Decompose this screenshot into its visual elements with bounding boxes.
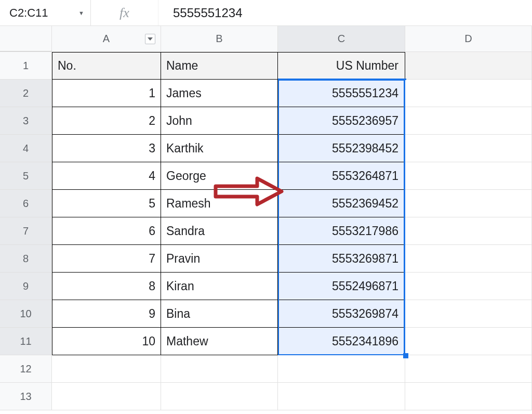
selection-top-accent [278,79,406,80]
name-box[interactable]: C2:C11 ▼ [0,0,91,25]
table-row: 13 [0,383,532,410]
cell-B11[interactable]: Mathew [161,328,278,355]
arrow-icon [213,175,286,208]
column-header-D[interactable]: D [405,26,532,51]
cell-A11[interactable]: 10 [52,328,161,355]
cell-A6[interactable]: 5 [52,190,161,217]
table-row: 7 6 Sandra 5553217986 [0,217,532,245]
cell-D5[interactable] [405,162,532,190]
row-header-1[interactable]: 1 [0,52,52,80]
row-header-4[interactable]: 4 [0,135,52,162]
cell-B1[interactable]: Name [161,52,278,80]
row-header-6[interactable]: 6 [0,190,52,217]
column-header-A[interactable]: A [52,26,161,51]
cell-C10[interactable]: 5553269874 [278,300,405,328]
row-header-12[interactable]: 12 [0,355,52,383]
column-header-C[interactable]: C [278,26,405,51]
select-all-corner[interactable] [0,26,52,51]
cell-D10[interactable] [405,300,532,328]
cell-A12[interactable] [52,355,161,383]
cell-A8[interactable]: 7 [52,245,161,273]
cell-B8[interactable]: Pravin [161,245,278,273]
cell-B7[interactable]: Sandra [161,217,278,245]
dropdown-icon[interactable] [145,34,155,44]
fx-section: fx [91,0,158,25]
cell-B9[interactable]: Kiran [161,273,278,300]
row-header-10[interactable]: 10 [0,300,52,328]
row-header-9[interactable]: 9 [0,273,52,300]
cell-C4[interactable]: 5552398452 [278,135,405,162]
cell-D3[interactable] [405,107,532,135]
formula-input[interactable]: 5555551234 [158,6,242,20]
cell-D12[interactable] [405,355,532,383]
cell-A1[interactable]: No. [52,52,161,80]
cell-D6[interactable] [405,190,532,217]
row-header-7[interactable]: 7 [0,217,52,245]
cell-C12[interactable] [278,355,405,383]
cell-B4[interactable]: Karthik [161,135,278,162]
table-row: 2 1 James 5555551234 [0,80,532,107]
table-row: 12 [0,355,532,383]
cell-A13[interactable] [52,383,161,410]
cell-A5[interactable]: 4 [52,162,161,190]
name-box-value: C2:C11 [9,6,48,20]
cell-A3[interactable]: 2 [52,107,161,135]
chevron-down-icon[interactable]: ▼ [78,10,84,16]
cell-C5[interactable]: 5553264871 [278,162,405,190]
table-row: 10 9 Bina 5553269874 [0,300,532,328]
selection-handle[interactable] [403,353,408,358]
table-row: 3 2 John 5555236957 [0,107,532,135]
table-row: 4 3 Karthik 5552398452 [0,135,532,162]
cell-D4[interactable] [405,135,532,162]
cell-C2[interactable]: 5555551234 [278,80,405,107]
cell-A10[interactable]: 9 [52,300,161,328]
row-header-2[interactable]: 2 [0,80,52,107]
cell-A2[interactable]: 1 [52,80,161,107]
row-header-3[interactable]: 3 [0,107,52,135]
column-headers: A B C D [0,26,532,52]
cell-D7[interactable] [405,217,532,245]
cell-C13[interactable] [278,383,405,410]
cell-B13[interactable] [161,383,278,410]
fx-icon: fx [119,5,129,21]
cell-D9[interactable] [405,273,532,300]
cell-B12[interactable] [161,355,278,383]
table-row: 11 10 Mathew 5552341896 [0,328,532,355]
cell-C8[interactable]: 5553269871 [278,245,405,273]
cell-C9[interactable]: 5552496871 [278,273,405,300]
row-header-13[interactable]: 13 [0,383,52,410]
cell-C11[interactable]: 5552341896 [278,328,405,355]
formula-bar: C2:C11 ▼ fx 5555551234 [0,0,532,26]
cell-C7[interactable]: 5553217986 [278,217,405,245]
column-header-B[interactable]: B [161,26,278,51]
cell-A4[interactable]: 3 [52,135,161,162]
table-row: 8 7 Pravin 5553269871 [0,245,532,273]
table-row: 9 8 Kiran 5552496871 [0,273,532,300]
cell-D2[interactable] [405,80,532,107]
row-header-11[interactable]: 11 [0,328,52,355]
cell-C3[interactable]: 5555236957 [278,107,405,135]
spreadsheet-grid: A B C D 1 No. Name US Number 2 1 James [0,26,532,410]
row-header-5[interactable]: 5 [0,162,52,190]
table-row: 1 No. Name US Number [0,52,532,80]
cell-C6[interactable]: 5552369452 [278,190,405,217]
cell-B3[interactable]: John [161,107,278,135]
cell-A9[interactable]: 8 [52,273,161,300]
cell-C1[interactable]: US Number [278,52,405,80]
cell-B10[interactable]: Bina [161,300,278,328]
cell-D1[interactable] [405,52,532,80]
cell-D11[interactable] [405,328,532,355]
cell-A7[interactable]: 6 [52,217,161,245]
rows: 1 No. Name US Number 2 1 James 555555123… [0,52,532,410]
cell-D13[interactable] [405,383,532,410]
cell-B2[interactable]: James [161,80,278,107]
cell-D8[interactable] [405,245,532,273]
row-header-8[interactable]: 8 [0,245,52,273]
